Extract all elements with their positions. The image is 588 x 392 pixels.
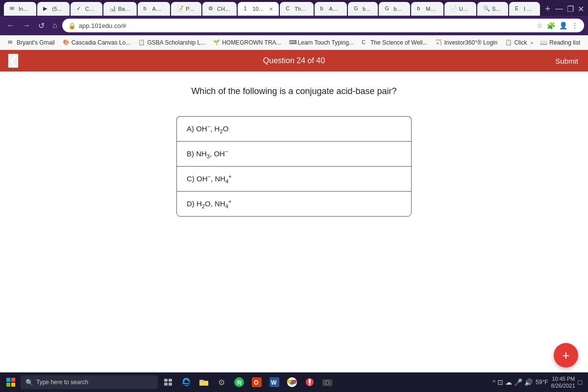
bookmark-item[interactable]: 📋ClickUp xyxy=(501,38,527,47)
restore-button[interactable]: ❐ xyxy=(567,4,574,14)
browser-tab[interactable]: Gbarle xyxy=(379,2,410,16)
tab-label: Conv xyxy=(85,6,97,12)
tab-favicon: ✓ xyxy=(76,5,83,12)
tab-label: (534) xyxy=(52,6,63,12)
start-button[interactable] xyxy=(2,373,20,391)
svg-text:O: O xyxy=(254,379,258,386)
browser-tab[interactable]: 📄Unkn xyxy=(444,2,476,16)
tab-favicon: 🔍 xyxy=(483,5,490,12)
question-header: ❮ Question 24 of 40 Submit xyxy=(0,50,588,72)
svg-rect-6 xyxy=(164,383,168,386)
tab-favicon: G xyxy=(354,5,361,12)
browser-chrome: ✉Inbox▶(534)✓Conv📊BalanbAnsw📝Post⚙CHEN11… xyxy=(0,0,588,50)
browser-tab[interactable]: EI mai xyxy=(509,2,540,16)
browser-tab[interactable]: 🔍Sear xyxy=(477,2,508,16)
browser-tab[interactable]: bMy C xyxy=(411,2,443,16)
bookmark-favicon: 📋 xyxy=(138,39,145,46)
menu-icon[interactable]: ⋮ xyxy=(571,22,578,29)
tab-close-button[interactable]: ✕ xyxy=(269,6,273,12)
office-icon[interactable]: O xyxy=(249,374,265,390)
tab-label: Answ xyxy=(152,6,164,12)
close-button[interactable]: ✕ xyxy=(578,4,584,14)
bookmark-label: Investor360°® Login xyxy=(444,39,497,46)
profile-icon[interactable]: 👤 xyxy=(559,22,567,29)
url-display: app.101edu.co/# xyxy=(79,22,126,29)
browser-tab[interactable]: ⚙CHEN xyxy=(202,2,237,16)
bookmark-item[interactable]: 📋GSBA Scholarship L... xyxy=(134,38,209,47)
bookmark-label: ClickUp xyxy=(514,39,527,46)
browser-tab[interactable]: bAnsw xyxy=(138,2,170,16)
answer-option-c[interactable]: C) OH−, NH4+ xyxy=(176,166,412,191)
bookmark-item[interactable]: 🎨Cascadia Canvas Lo... xyxy=(59,38,135,47)
bookmark-favicon: ✉ xyxy=(8,39,15,46)
minimize-button[interactable]: — xyxy=(555,4,563,13)
speaker-icon: 🔊 xyxy=(524,378,533,386)
tab-favicon: ▶ xyxy=(43,5,50,12)
edge-icon[interactable] xyxy=(178,374,194,390)
answer-option-a[interactable]: A) OH−, H2O xyxy=(176,116,412,141)
fab-button[interactable]: + xyxy=(554,343,578,368)
svg-rect-3 xyxy=(11,383,15,387)
svg-rect-7 xyxy=(169,383,172,386)
extension-icon[interactable]: 🧩 xyxy=(547,22,555,29)
tab-label: 101 C xyxy=(252,6,265,12)
browser-tab[interactable]: ✉Inbox xyxy=(4,2,36,16)
answer-option-b[interactable]: B) NH3, OH− xyxy=(176,141,412,166)
tab-favicon: G xyxy=(385,5,392,12)
tab-label: Unkn xyxy=(459,6,470,12)
bookmark-label: Cascadia Canvas Lo... xyxy=(72,39,131,46)
camera-icon[interactable] xyxy=(319,374,335,390)
bookmark-item[interactable]: 🌱HOMEGROWN TRA... xyxy=(209,38,285,47)
tab-favicon: 1 xyxy=(244,5,250,12)
refresh-button[interactable]: ↺ xyxy=(35,19,48,32)
tab-favicon: 📝 xyxy=(177,5,184,12)
browser-tab[interactable]: bAnsw xyxy=(315,2,347,16)
home-button[interactable]: ⌂ xyxy=(49,19,60,32)
browser-tab[interactable]: Gbartl xyxy=(348,2,378,16)
browser-tab[interactable]: ▶(534) xyxy=(37,2,69,16)
tab-label: bartl xyxy=(363,6,372,12)
bookmark-label: GSBA Scholarship L... xyxy=(147,39,205,46)
svg-rect-0 xyxy=(6,378,10,382)
tab-label: Answ xyxy=(329,6,341,12)
browser-tab[interactable]: 📊Balan xyxy=(103,2,137,16)
browser-tab[interactable]: ✓Conv xyxy=(71,2,102,16)
browser-tab[interactable]: CThe F xyxy=(280,2,313,16)
browser-tab[interactable]: 1101 C✕ xyxy=(238,2,279,16)
answer-option-d[interactable]: D) H2O, NH4+ xyxy=(176,191,412,217)
more-bookmarks[interactable]: » xyxy=(527,39,536,47)
submit-button[interactable]: Submit xyxy=(555,57,578,65)
browser-tab[interactable]: 📝Post xyxy=(171,2,201,16)
reading-list-icon: 📖 xyxy=(540,39,547,46)
forward-nav-button[interactable]: → xyxy=(20,19,33,32)
question-body: Which of the following is a conjugate ac… xyxy=(0,72,588,377)
spotify-icon[interactable] xyxy=(231,374,247,390)
tab-favicon: ⚙ xyxy=(208,5,215,12)
chevron-up-icon[interactable]: ^ xyxy=(492,379,495,386)
bookmark-item[interactable]: CThe Science of Well... xyxy=(358,38,432,47)
unknown-icon1[interactable] xyxy=(302,374,318,390)
address-bar-icons: ☆ 🧩 👤 ⋮ xyxy=(537,22,578,29)
bookmark-star-icon[interactable]: ☆ xyxy=(537,22,543,29)
notifications-icon[interactable]: □ xyxy=(578,378,582,386)
date-display: 8/26/2021 xyxy=(551,382,575,389)
bookmark-item[interactable]: ✉Bryant's Gmail xyxy=(4,38,59,47)
settings-icon[interactable]: ⚙ xyxy=(214,374,229,390)
bookmark-favicon: 📋 xyxy=(505,39,512,46)
svg-rect-2 xyxy=(6,383,10,387)
word-icon[interactable]: W xyxy=(267,374,282,390)
bookmark-item[interactable]: 🏹Investor360°® Login xyxy=(431,38,501,47)
svg-rect-4 xyxy=(164,379,168,382)
reading-list-button[interactable]: 📖 Reading list xyxy=(536,38,584,47)
back-nav-button[interactable]: ← xyxy=(4,19,18,32)
bookmark-label: Learn Touch Typing... xyxy=(298,39,354,46)
bookmark-item[interactable]: ⌨Learn Touch Typing... xyxy=(285,38,358,47)
clock: 10:45 PM 8/26/2021 xyxy=(551,375,575,390)
file-explorer-icon[interactable] xyxy=(196,374,212,390)
address-bar[interactable]: 🔒 app.101edu.co/# ☆ 🧩 👤 ⋮ xyxy=(62,19,584,32)
chrome-icon[interactable] xyxy=(284,374,300,390)
taskbar-search-box[interactable]: 🔍 Type here to search xyxy=(21,375,158,389)
new-tab-button[interactable]: + xyxy=(541,4,554,14)
task-view-button[interactable] xyxy=(161,374,176,390)
back-button[interactable]: ❮ xyxy=(8,53,19,68)
